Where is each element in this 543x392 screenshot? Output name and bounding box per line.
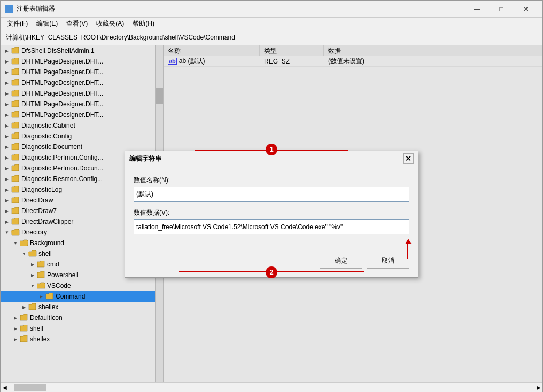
titlebar: 注册表编辑器 — □ ✕ bbox=[1, 1, 542, 18]
modal-body: 数值名称(N): 数值数据(V): bbox=[125, 167, 418, 249]
edit-string-dialog: 编辑字符串 ✕ 数值名称(N): 数值数据(V): 确定 取消 bbox=[125, 151, 418, 278]
svg-rect-0 bbox=[5, 5, 9, 9]
app-icon bbox=[5, 5, 13, 13]
menu-help[interactable]: 帮助(H) bbox=[128, 18, 159, 29]
modal-footer: 确定 取消 bbox=[125, 249, 418, 277]
data-field-label: 数值数据(V): bbox=[134, 208, 409, 217]
address-text: 计算机\HKEY_CLASSES_ROOT\Directory\Backgrou… bbox=[3, 32, 238, 43]
maximize-button[interactable]: □ bbox=[489, 1, 514, 18]
main-content: ▶DfsShell.DfsShellAdmin.1▶DHTMLPageDesig… bbox=[1, 45, 542, 382]
modal-titlebar: 编辑字符串 ✕ bbox=[125, 151, 418, 167]
svg-rect-2 bbox=[5, 10, 9, 13]
menu-view[interactable]: 查看(V) bbox=[62, 18, 92, 29]
data-field-group: 数值数据(V): bbox=[134, 208, 409, 234]
bottom-bar: ◀ ▶ bbox=[1, 382, 542, 391]
svg-rect-1 bbox=[10, 5, 13, 9]
addressbar: 计算机\HKEY_CLASSES_ROOT\Directory\Backgrou… bbox=[1, 30, 542, 45]
minimize-button[interactable]: — bbox=[464, 1, 489, 18]
menu-favorites[interactable]: 收藏夹(A) bbox=[92, 18, 128, 29]
data-field-input[interactable] bbox=[134, 219, 409, 234]
horizontal-scrollbar[interactable] bbox=[9, 383, 534, 392]
modal-close-button[interactable]: ✕ bbox=[403, 153, 414, 164]
svg-rect-3 bbox=[10, 10, 13, 13]
menu-edit[interactable]: 编辑(E) bbox=[32, 18, 62, 29]
modal-overlay: 编辑字符串 ✕ 数值名称(N): 数值数据(V): 确定 取消 bbox=[1, 45, 542, 382]
scroll-left-button[interactable]: ◀ bbox=[1, 383, 9, 392]
arrow-head bbox=[405, 239, 412, 244]
annotation-line-2 bbox=[179, 271, 364, 272]
name-field-group: 数值名称(N): bbox=[134, 176, 409, 202]
arrow-line-v bbox=[407, 243, 408, 259]
menubar: 文件(F) 编辑(E) 查看(V) 收藏夹(A) 帮助(H) bbox=[1, 18, 542, 30]
registry-editor-window: 注册表编辑器 — □ ✕ 文件(F) 编辑(E) 查看(V) 收藏夹(A) 帮助… bbox=[0, 0, 543, 392]
scroll-right-button[interactable]: ▶ bbox=[534, 383, 542, 392]
titlebar-buttons: — □ ✕ bbox=[464, 1, 538, 18]
menu-file[interactable]: 文件(F) bbox=[3, 18, 32, 29]
close-button[interactable]: ✕ bbox=[514, 1, 538, 18]
h-scroll-thumb[interactable] bbox=[14, 384, 46, 391]
ok-button[interactable]: 确定 bbox=[320, 254, 362, 269]
annotation-line-1 bbox=[195, 150, 348, 151]
window-title: 注册表编辑器 bbox=[17, 4, 464, 13]
name-field-input[interactable] bbox=[134, 187, 409, 202]
cancel-button[interactable]: 取消 bbox=[367, 254, 409, 269]
name-field-label: 数值名称(N): bbox=[134, 176, 409, 185]
modal-title: 编辑字符串 bbox=[129, 154, 403, 163]
